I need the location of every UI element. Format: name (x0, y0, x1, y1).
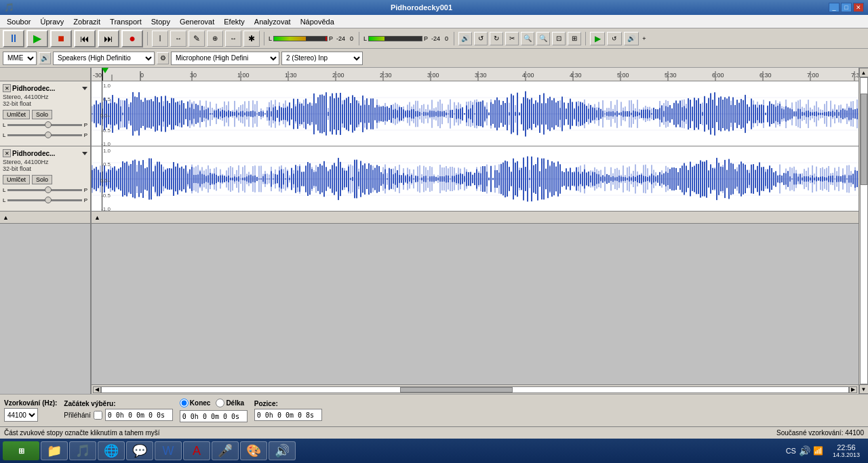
taskbar-acrobat[interactable]: A (183, 441, 210, 460)
zoom-tool[interactable]: ⊕ (207, 31, 223, 47)
solo-button[interactable]: Solo (32, 110, 52, 119)
menu-generovat[interactable]: Generovat (176, 16, 218, 27)
sample-rate-select[interactable]: 44100 (4, 408, 38, 422)
rewind-button[interactable]: ⏮ (74, 30, 96, 47)
zoom-sel-btn[interactable]: ⊞ (568, 32, 581, 45)
separator3 (359, 32, 359, 45)
redo-btn[interactable]: ↻ (490, 32, 503, 45)
audio-setup[interactable]: 🔊 (458, 32, 472, 45)
vscroll-track[interactable] (860, 77, 868, 384)
stop-button[interactable]: ■ (50, 30, 72, 47)
menu-soubor[interactable]: Soubor (3, 16, 35, 27)
channel-select[interactable]: 2 (Stereo) Inp (281, 52, 363, 65)
svg-text:4:30: 4:30 (570, 72, 582, 79)
track2-dropdown[interactable] (82, 152, 87, 155)
mute-button2[interactable]: Umlčet (3, 175, 30, 184)
menu-stopy[interactable]: Stopy (147, 16, 174, 27)
menu-zobrazit[interactable]: Zobrazit (69, 16, 104, 27)
solo-button2[interactable]: Solo (32, 175, 52, 184)
zoom-fit-btn[interactable]: ⊡ (552, 32, 566, 45)
menu-efekty[interactable]: Efekty (220, 16, 249, 27)
vscrollbar: ▲ ▼ (859, 68, 868, 394)
svg-text:4:00: 4:00 (522, 72, 534, 79)
track2-close[interactable]: ✕ (3, 149, 11, 157)
zoom-out-btn[interactable]: 🔍 (536, 32, 550, 45)
end-radio[interactable] (180, 399, 189, 407)
taskbar-browser[interactable]: 🌐 (98, 441, 125, 460)
volume-icon[interactable]: 🔊 (799, 445, 810, 456)
svg-text:3:00: 3:00 (427, 72, 439, 79)
timeshift-tool[interactable]: ↔ (225, 31, 241, 47)
start-button[interactable]: ⊞ (3, 441, 39, 460)
taskbar-media[interactable]: 🎵 (69, 441, 96, 460)
taskbar-skype[interactable]: 💬 (126, 441, 153, 460)
taskbar-word[interactable]: W (155, 441, 182, 460)
record-button[interactable]: ● (121, 30, 143, 47)
taskbar-audacity[interactable]: 🎤 (212, 441, 239, 460)
track-expand-btn[interactable]: ▲ (92, 212, 859, 224)
track1-dropdown[interactable] (82, 87, 87, 90)
pan-knob[interactable] (45, 132, 52, 138)
mute-button[interactable]: Umlčet (3, 110, 30, 119)
end-radio-label: Konec (180, 399, 211, 407)
vscroll-up-btn[interactable]: ▲ (859, 68, 869, 77)
menu-upravy[interactable]: Úpravy (36, 16, 68, 27)
loop-btn[interactable]: ↺ (607, 32, 622, 45)
clock-time: 22:56 (833, 443, 860, 451)
position-input[interactable] (254, 409, 322, 421)
audio-settings-btn[interactable]: 🔊 (39, 52, 51, 64)
end-time-input[interactable] (180, 410, 248, 422)
volume-knob2[interactable] (45, 186, 52, 193)
waveform-channel2: 1.0 0.5 0.0– -0.5 -1.0 (92, 146, 859, 212)
play-button[interactable]: ▶ (26, 30, 48, 47)
select-tool[interactable]: I (152, 31, 168, 47)
track-collapse-btn[interactable]: ▲ (0, 212, 90, 224)
status-text-left: Část zvukové stopy označte kliknutím a t… (4, 429, 160, 437)
history-btn[interactable]: ↺ (474, 32, 488, 45)
volume-knob[interactable] (45, 121, 52, 128)
ffwd-button[interactable]: ⏭ (98, 30, 119, 47)
driver-select[interactable]: MME (3, 52, 37, 65)
start-time-input[interactable] (105, 409, 173, 421)
length-radio[interactable] (216, 399, 224, 407)
hscroll-thumb[interactable] (400, 387, 512, 392)
length-label: Délka (226, 399, 244, 407)
word-icon: W (163, 444, 174, 458)
timeline-ruler: -30 0 30 1:00 1:30 2:00 (92, 68, 859, 81)
output-select[interactable]: Speakers (High Definitio (53, 52, 155, 65)
cut-btn[interactable]: ✂ (505, 32, 519, 45)
output-settings-btn[interactable]: ⚙ (157, 52, 169, 64)
taskbar-clock[interactable]: 22:56 14.3.2013 (827, 443, 865, 458)
snap-checkbox[interactable] (94, 411, 102, 420)
draw-tool[interactable]: ✎ (189, 31, 205, 47)
zoom-in-btn[interactable]: 🔍 (521, 32, 534, 45)
vscroll-thumb[interactable] (861, 94, 867, 185)
taskbar-color[interactable]: 🎨 (240, 441, 267, 460)
play-green[interactable]: ▶ (590, 32, 605, 45)
minimize-button[interactable]: _ (829, 3, 840, 12)
track1-close[interactable]: ✕ (3, 84, 11, 92)
hscroll-track[interactable] (101, 386, 849, 393)
vscroll-down-btn[interactable]: ▼ (859, 384, 869, 394)
waveform-canvas-2 (92, 146, 859, 212)
multi-tool[interactable]: ✱ (243, 31, 260, 47)
envelope-tool[interactable]: ↔ (170, 31, 186, 47)
svg-text:5:30: 5:30 (665, 72, 677, 79)
menu-transport[interactable]: Transport (106, 16, 146, 27)
speaker-btn[interactable]: 🔊 (624, 32, 639, 45)
scroll-right-btn[interactable]: ▶ (849, 386, 857, 393)
menubar: Soubor Úpravy Zobrazit Transport Stopy G… (0, 15, 868, 28)
maximize-button[interactable]: □ (841, 3, 852, 12)
start-marker[interactable] (102, 68, 108, 73)
taskbar-explorer[interactable]: 📁 (41, 441, 68, 460)
input-select[interactable]: Microphone (High Defini (171, 52, 279, 65)
pause-button[interactable]: ⏸ (3, 30, 24, 47)
taskbar-audio-app[interactable]: 🔊 (269, 441, 296, 460)
scroll-left-btn[interactable]: ◀ (93, 386, 101, 393)
snap-input-area: Přiléhání (64, 409, 172, 421)
pan-knob2[interactable] (45, 197, 52, 203)
menu-analyzovat[interactable]: Analyzovat (250, 16, 295, 27)
menu-napoveda[interactable]: Nápověda (296, 16, 338, 27)
close-button[interactable]: ✕ (853, 3, 864, 12)
end-label: Konec (190, 399, 211, 407)
